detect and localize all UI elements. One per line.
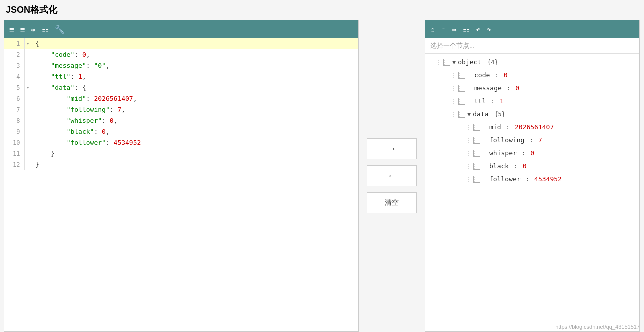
checkbox-following[interactable] [474,137,480,144]
expand-object[interactable]: ▼ [452,56,456,69]
checkbox-black[interactable] [474,163,480,170]
sort-icon[interactable]: ⇼ [31,25,36,34]
code-line-1: 1 ▾ { [4,38,358,50]
code-line-11: 11 } [4,148,358,160]
tree-row-object[interactable]: ⋮⋮ ▼ object {4} [426,56,640,69]
clear-button[interactable]: 清空 [367,192,417,214]
drag-handle-object: ⋮⋮ [436,56,442,69]
code-line-6: 6 "mid": 2026561407, [4,94,358,104]
drag-handle-following: ⋮⋮ [466,134,472,147]
code-line-3: 3 "message": "0", [4,60,358,72]
left-toolbar: ≡ ≡ ⇼ ⚏ 🔧 [4,20,358,38]
tree-row-following[interactable]: ⋮⋮ following : 7 [426,134,640,147]
right-toolbar: ⇕ ⇧ ⇒ ⚏ ↶ ↷ [426,20,640,38]
search-bar[interactable]: 选择一个节点... [426,38,640,54]
code-area: 1 ▾ { 2 "code": 0, 3 "messag [4,38,358,332]
tree-row-mid[interactable]: ⋮⋮ mid : 2026561407 [426,121,640,134]
drag-handle-code: ⋮⋮ [450,69,458,82]
middle-buttons: → ← 清空 [359,20,425,332]
sort-right-icon[interactable]: ⇒ [452,25,457,34]
collapse-all-icon[interactable]: ≡ [20,25,26,34]
filter-right-icon[interactable]: ⚏ [463,25,470,34]
expand-data[interactable]: ▼ [468,108,471,121]
checkbox-mid[interactable] [474,124,480,131]
drag-handle-mid: ⋮⋮ [466,121,472,134]
drag-handle-black: ⋮⋮ [466,160,472,173]
code-line-8: 8 "whisper": 0, [4,116,358,126]
checkbox-object[interactable] [444,59,450,66]
code-line-2: 2 "code": 0, [4,50,358,60]
drag-handle-follower: ⋮⋮ [466,173,472,186]
tree-row-whisper[interactable]: ⋮⋮ whisper : 0 [426,147,640,160]
tree-row-code[interactable]: ⋮⋮ code : 0 [426,69,640,82]
sort-up-icon[interactable]: ⇧ [442,25,446,34]
left-arrow-button[interactable]: ← [367,166,417,186]
drag-handle-message: ⋮⋮ [450,82,458,95]
redo-icon[interactable]: ↷ [487,25,492,34]
tree-row-black[interactable]: ⋮⋮ black : 0 [426,160,640,173]
sort-up-down-icon[interactable]: ⇕ [430,25,436,34]
checkbox-message[interactable] [458,85,466,92]
tree-row-follower[interactable]: ⋮⋮ follower : 4534952 [426,173,640,186]
code-line-12: 12 } [4,160,358,170]
right-panel: ⇕ ⇧ ⇒ ⚏ ↶ ↷ 选择一个节点... ⋮⋮ ▼ object {4} ⋮⋮ [425,20,640,332]
code-line-10: 10 "follower": 4534952 [4,138,358,148]
code-line-5: 5 ▾ "data": { [4,82,358,94]
code-line-7: 7 "following": 7, [4,104,358,116]
filter-icon[interactable]: ⚏ [42,25,49,34]
right-arrow-button[interactable]: → [367,138,417,160]
checkbox-data[interactable] [458,111,466,118]
expand-all-icon[interactable]: ≡ [10,25,14,34]
page-title: JSON格式化 [0,0,644,20]
checkbox-code[interactable] [458,72,466,79]
tree-row-message[interactable]: ⋮⋮ message : 0 [426,82,640,95]
drag-handle-ttl: ⋮⋮ [450,95,458,108]
checkbox-ttl[interactable] [458,98,466,105]
tree-row-ttl[interactable]: ⋮⋮ ttl : 1 [426,95,640,108]
tree-area: ⋮⋮ ▼ object {4} ⋮⋮ code : 0 ⋮⋮ [426,54,640,332]
code-line-9: 9 "black": 0, [4,126,358,138]
checkbox-whisper[interactable] [474,150,480,157]
drag-handle-data: ⋮⋮ [450,108,458,121]
code-table: 1 ▾ { 2 "code": 0, 3 "messag [4,38,358,170]
bottom-url: https://blog.csdn.net/qq_43151517 [556,324,640,330]
tree-row-data[interactable]: ⋮⋮ ▼ data {5} [426,108,640,121]
left-panel: ≡ ≡ ⇼ ⚏ 🔧 1 ▾ { 2 [4,20,359,332]
drag-handle-whisper: ⋮⋮ [466,147,472,160]
code-line-4: 4 "ttl": 1, [4,72,358,82]
undo-icon[interactable]: ↶ [476,25,481,34]
checkbox-follower[interactable] [474,176,480,183]
settings-icon[interactable]: 🔧 [55,25,65,34]
